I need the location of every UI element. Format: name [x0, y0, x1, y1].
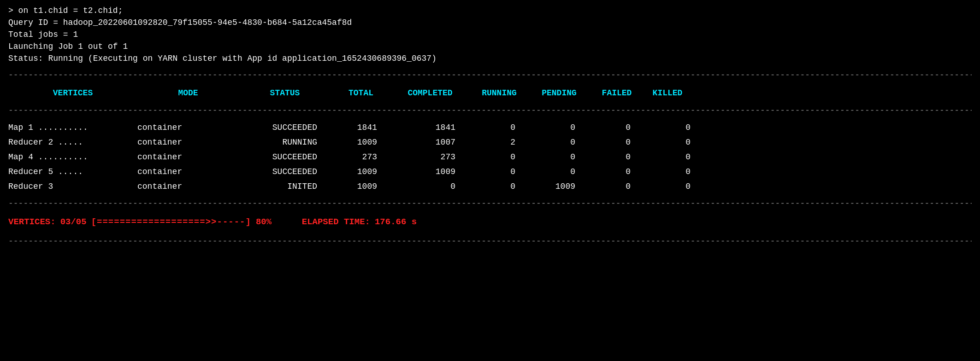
cell-completed: 1841 — [391, 122, 469, 134]
cell-pending: 0 — [529, 151, 589, 163]
cell-pending: 0 — [529, 122, 589, 134]
line1: > on t1.chid = t2.chid; — [8, 5, 972, 17]
cell-completed: 1007 — [391, 136, 469, 148]
cell-status: INITED — [239, 180, 331, 192]
cell-failed: 0 — [589, 136, 644, 148]
cell-killed: 0 — [644, 136, 691, 148]
cell-failed: 0 — [589, 180, 644, 192]
cell-running: 0 — [469, 151, 529, 163]
cell-status: SUCCEEDED — [239, 166, 331, 178]
cell-killed: 0 — [644, 151, 691, 163]
cell-running: 2 — [469, 136, 529, 148]
cell-vertices: Reducer 2 ..... — [8, 136, 137, 148]
header-killed: KILLED — [644, 87, 691, 99]
line3: Total jobs = 1 — [8, 29, 972, 41]
progress-line: VERTICES: 03/05 [===================>>--… — [8, 213, 972, 232]
elapsed-label: ELAPSED TIME: — [302, 216, 370, 229]
header-running: RUNNING — [469, 87, 529, 99]
cell-vertices: Reducer 5 ..... — [8, 166, 137, 178]
cell-total: 1841 — [331, 122, 391, 134]
table-row: Reducer 3 container INITED 1009 0 0 1009… — [8, 179, 972, 194]
header-pending: PENDING — [529, 87, 589, 99]
header-mode: MODE — [137, 87, 239, 99]
cell-mode: container — [137, 122, 239, 134]
header-completed: COMPLETED — [391, 87, 469, 99]
cell-mode: container — [137, 151, 239, 163]
vertices-label: VERTICES: — [8, 216, 56, 229]
cell-mode: container — [137, 136, 239, 148]
header-total: TOTAL — [331, 87, 391, 99]
vertices-value: 03/05 — [60, 216, 87, 229]
cell-vertices: Map 4 .......... — [8, 151, 137, 163]
cell-mode: container — [137, 180, 239, 192]
cell-vertices: Map 1 .......... — [8, 122, 137, 134]
divider-bottom: ----------------------------------------… — [8, 235, 972, 247]
cell-failed: 0 — [589, 122, 644, 134]
progress-bar: [===================>>-----] — [91, 216, 251, 229]
elapsed-value: 176.66 s — [375, 216, 417, 229]
table-row: Map 4 .......... container SUCCEEDED 273… — [8, 150, 972, 164]
cell-killed: 0 — [644, 166, 691, 178]
cell-total: 1009 — [331, 166, 391, 178]
cell-status: SUCCEEDED — [239, 151, 331, 163]
divider-header: ----------------------------------------… — [8, 105, 972, 116]
cell-completed: 273 — [391, 151, 469, 163]
cell-completed: 1009 — [391, 166, 469, 178]
line4: Launching Job 1 out of 1 — [8, 41, 972, 52]
cell-total: 1009 — [331, 136, 391, 148]
cell-status: SUCCEEDED — [239, 122, 331, 134]
terminal-output: > on t1.chid = t2.chid; Query ID = hadoo… — [8, 5, 972, 64]
progress-percent: 80% — [256, 216, 272, 229]
divider-body: ----------------------------------------… — [8, 198, 972, 210]
cell-failed: 0 — [589, 166, 644, 178]
table-body: Map 1 .......... container SUCCEEDED 184… — [8, 120, 972, 194]
table-row: Reducer 2 ..... container RUNNING 1009 1… — [8, 135, 972, 150]
cell-running: 0 — [469, 180, 529, 192]
table-header: VERTICES MODE STATUS TOTAL COMPLETED RUN… — [8, 85, 972, 101]
cell-failed: 0 — [589, 151, 644, 163]
cell-total: 1009 — [331, 180, 391, 192]
cell-pending: 0 — [529, 166, 589, 178]
table-row: Map 1 .......... container SUCCEEDED 184… — [8, 120, 972, 135]
line2: Query ID = hadoop_20220601092820_79f1505… — [8, 17, 972, 29]
cell-running: 0 — [469, 166, 529, 178]
divider-top: ----------------------------------------… — [8, 69, 972, 81]
cell-killed: 0 — [644, 122, 691, 134]
line5: Status: Running (Executing on YARN clust… — [8, 52, 972, 64]
header-failed: FAILED — [589, 87, 644, 99]
cell-mode: container — [137, 166, 239, 178]
cell-completed: 0 — [391, 180, 469, 192]
cell-vertices: Reducer 3 — [8, 180, 137, 192]
cell-total: 273 — [331, 151, 391, 163]
header-status: STATUS — [239, 87, 331, 99]
cell-killed: 0 — [644, 180, 691, 192]
header-vertices: VERTICES — [8, 87, 137, 99]
cell-pending: 1009 — [529, 180, 589, 192]
cell-status: RUNNING — [239, 136, 331, 148]
cell-pending: 0 — [529, 136, 589, 148]
table-row: Reducer 5 ..... container SUCCEEDED 1009… — [8, 164, 972, 179]
cell-running: 0 — [469, 122, 529, 134]
